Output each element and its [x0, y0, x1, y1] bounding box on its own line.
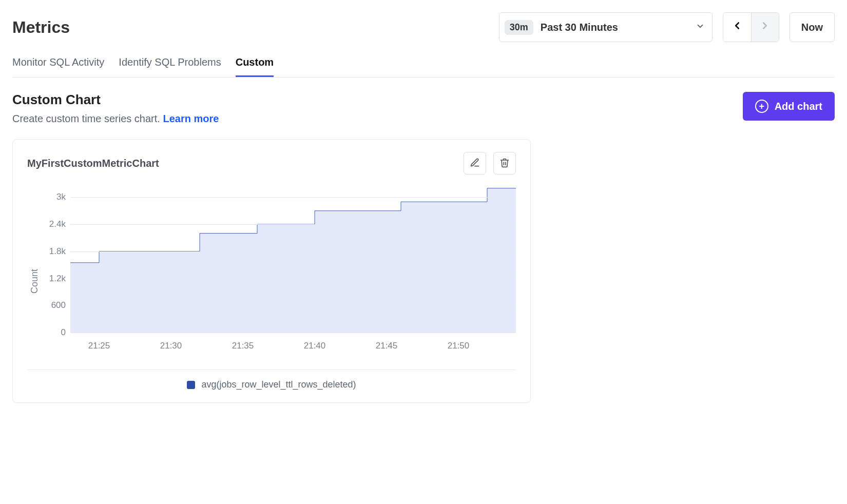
section-title: Custom Chart	[12, 92, 733, 108]
now-button[interactable]: Now	[790, 12, 835, 42]
chevron-right-icon	[759, 20, 771, 34]
chart-legend: avg(jobs_row_level_ttl_rows_deleted)	[27, 379, 516, 390]
xtick-label: 21:45	[376, 341, 398, 351]
xtick-label: 21:30	[160, 341, 182, 351]
pencil-icon	[470, 158, 480, 169]
time-nav-group	[723, 12, 779, 42]
plus-circle-icon: +	[755, 100, 768, 113]
time-range-picker[interactable]: 30m Past 30 Minutes	[499, 12, 713, 42]
tab-custom[interactable]: Custom	[236, 56, 274, 77]
chart-card: MyFirstCustomMetricChart Count 06001.2k1…	[12, 139, 531, 403]
ytick-label: 600	[51, 300, 66, 311]
xtick-label: 21:35	[232, 341, 254, 351]
ytick-label: 1.2k	[49, 274, 66, 284]
chevron-left-icon	[732, 20, 743, 34]
legend-swatch	[187, 381, 195, 389]
ytick-label: 0	[61, 327, 66, 338]
ytick-label: 2.4k	[49, 219, 66, 229]
tab-identify-sql-problems[interactable]: Identify SQL Problems	[119, 56, 221, 77]
chart-yticks: 06001.2k1.8k2.4k3k	[40, 179, 70, 353]
section-description: Create custom time series chart. Learn m…	[12, 113, 733, 125]
add-chart-label: Add chart	[775, 101, 822, 112]
tabs: Monitor SQL Activity Identify SQL Proble…	[12, 56, 835, 77]
page-title: Metrics	[12, 18, 70, 37]
xtick-label: 21:25	[88, 341, 110, 351]
xtick-label: 21:50	[448, 341, 470, 351]
time-prev-button[interactable]	[723, 13, 751, 42]
xtick-label: 21:40	[304, 341, 326, 351]
chart-ylabel: Count	[27, 179, 40, 353]
add-chart-button[interactable]: + Add chart	[743, 92, 835, 121]
ytick-label: 3k	[56, 192, 66, 202]
trash-icon	[499, 158, 510, 169]
time-range-badge: 30m	[505, 20, 533, 35]
chart-xticks: 21:2521:3021:3521:4021:4521:50	[70, 338, 516, 353]
delete-chart-button[interactable]	[493, 152, 516, 175]
chart-plot: Count 06001.2k1.8k2.4k3k 21:2521:3021:35…	[27, 179, 516, 353]
edit-chart-button[interactable]	[464, 152, 486, 175]
time-range-label: Past 30 Minutes	[541, 22, 688, 33]
chevron-down-icon	[696, 22, 705, 33]
chart-title: MyFirstCustomMetricChart	[27, 158, 456, 169]
tab-monitor-sql-activity[interactable]: Monitor SQL Activity	[12, 56, 104, 77]
ytick-label: 1.8k	[49, 246, 66, 257]
divider	[27, 370, 516, 370]
learn-more-link[interactable]: Learn more	[163, 113, 219, 124]
section-description-text: Create custom time series chart.	[12, 113, 163, 124]
legend-label: avg(jobs_row_level_ttl_rows_deleted)	[201, 379, 356, 390]
time-next-button	[751, 13, 779, 42]
